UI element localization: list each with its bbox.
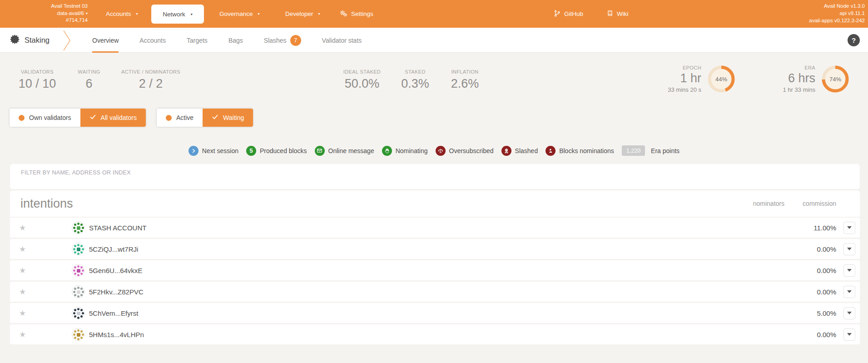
- table-row: ★ STASH ACCOUNT 11.00%: [10, 218, 860, 238]
- era-percent: 74%: [821, 65, 850, 94]
- stat-validators: VALIDATORS 10 / 10: [10, 69, 64, 91]
- tab-validator-stats[interactable]: Validator stats: [322, 28, 362, 53]
- caret-down-icon: ▾: [258, 12, 260, 16]
- tab-bags[interactable]: Bags: [228, 28, 243, 53]
- legend-blocks-nominations: Blocks nominations: [546, 146, 614, 156]
- menu-network[interactable]: Network▾: [151, 5, 204, 24]
- chain-block-number: #714,714: [20, 17, 88, 24]
- account-name[interactable]: 5HMs1s...4vLHPn: [89, 331, 144, 338]
- identicon[interactable]: [72, 264, 84, 277]
- legend-nominating: Nominating: [382, 146, 428, 156]
- tab-overview[interactable]: Overview: [92, 28, 119, 53]
- account-name[interactable]: 5Gen6U...64vkxE: [89, 267, 143, 274]
- favorite-star-icon[interactable]: ★: [19, 266, 26, 275]
- identicon[interactable]: [72, 285, 84, 298]
- status-legend: Next session 5 Produced blocks Online me…: [0, 145, 868, 156]
- own-validators-button[interactable]: Own validators: [10, 109, 80, 127]
- menu-governance[interactable]: Governance▾: [219, 0, 260, 28]
- commission-value: 0.00%: [817, 245, 836, 253]
- hand-icon: [382, 146, 392, 156]
- stat-staked: STAKED 0.3%: [392, 69, 438, 91]
- skull-icon: [501, 146, 511, 156]
- era-remaining: 1 hr 33 mins: [752, 86, 815, 93]
- radio-dot-icon: [166, 115, 172, 121]
- staking-rosette-icon: [10, 35, 20, 46]
- expand-row-button[interactable]: [843, 328, 855, 341]
- table-row: ★ 5F2Hkv...Z82PVC 0.00%: [10, 282, 860, 302]
- account-name[interactable]: 5F2Hkv...Z82PVC: [89, 288, 144, 296]
- epoch-progress-ring: 44%: [707, 65, 736, 94]
- identicon[interactable]: [72, 221, 84, 234]
- tab-bar: Staking Overview Accounts Targets Bags S…: [0, 28, 868, 53]
- favorite-star-icon[interactable]: ★: [19, 308, 26, 318]
- menu-developer[interactable]: Developer▾: [285, 0, 320, 28]
- wiki-link[interactable]: Wiki: [606, 0, 629, 28]
- caret-down-icon: [847, 333, 852, 336]
- help-button[interactable]: ?: [848, 34, 860, 46]
- identicon[interactable]: [72, 243, 84, 255]
- era-label: ERA: [752, 65, 815, 70]
- table-row: ★ 5Gen6U...64vkxE 0.00%: [10, 260, 860, 280]
- tab-accounts[interactable]: Accounts: [139, 28, 166, 53]
- block-count-icon: 5: [246, 146, 256, 156]
- tab-slashes[interactable]: Slashes 7: [264, 28, 301, 53]
- check-icon: [212, 114, 218, 122]
- filter-input[interactable]: [10, 164, 860, 189]
- caret-down-icon: [847, 290, 852, 293]
- api-version: api v9.11.1: [809, 10, 865, 17]
- expand-row-button[interactable]: [843, 243, 855, 255]
- legend-produced-blocks: 5 Produced blocks: [246, 146, 307, 156]
- waiting-button[interactable]: Waiting: [203, 109, 253, 127]
- slashes-count-badge: 7: [290, 35, 301, 46]
- expand-row-button[interactable]: [843, 307, 855, 319]
- expand-row-button[interactable]: [843, 222, 855, 234]
- epoch-remaining: 33 mins 20 s: [638, 86, 701, 93]
- filter-toggles: Own validators All validators Active Wai…: [10, 109, 253, 127]
- legend-slashed: Slashed: [501, 146, 538, 156]
- envelope-icon: [315, 146, 325, 156]
- era-points-badge: 1,220: [622, 145, 645, 156]
- chain-name: Avail Testnet 03: [20, 3, 88, 10]
- version-info: Avail Node v1.3.0 api v9.11.1 avail-apps…: [809, 2, 865, 24]
- stat-active-nominators: ACTIVE / NOMINATORS 2 / 2: [119, 69, 183, 91]
- account-name[interactable]: STASH ACCOUNT: [89, 224, 146, 232]
- identicon[interactable]: [72, 328, 84, 341]
- filter-panel: [10, 164, 860, 189]
- radio-dot-icon: [19, 115, 25, 121]
- node-version: Avail Node v1.3.0: [809, 2, 865, 10]
- column-nominators: nominators: [753, 200, 784, 207]
- staking-page: Avail Testnet 03 data-avail/6▾ #714,714 …: [0, 0, 868, 363]
- commission-value: 0.00%: [817, 288, 836, 296]
- account-name[interactable]: 5CZiQJ...wt7RJi: [89, 245, 138, 253]
- epoch-value: 1 hr: [638, 71, 701, 85]
- active-button[interactable]: Active: [157, 109, 203, 127]
- era-timer: ERA 6 hrs 1 hr 33 mins 74%: [752, 65, 850, 94]
- legend-oversubscribed: Oversubscribed: [436, 146, 494, 156]
- all-validators-button[interactable]: All validators: [80, 109, 146, 127]
- account-name[interactable]: 5ChVem...Efyrst: [89, 309, 138, 317]
- commission-value: 5.00%: [817, 309, 836, 317]
- identicon[interactable]: [72, 307, 84, 319]
- caret-down-icon: [847, 312, 852, 314]
- scales-icon: [436, 146, 446, 156]
- chain-selector[interactable]: Avail Testnet 03 data-avail/6▾ #714,714: [20, 3, 88, 24]
- favorite-star-icon[interactable]: ★: [19, 223, 26, 233]
- caret-down-icon: ▾: [191, 12, 193, 16]
- favorite-star-icon[interactable]: ★: [19, 330, 26, 339]
- caret-down-icon: [847, 226, 852, 229]
- app-header: Avail Testnet 03 data-avail/6▾ #714,714 …: [0, 0, 868, 28]
- caret-down-icon: ▾: [136, 12, 138, 16]
- expand-row-button[interactable]: [843, 286, 855, 298]
- section-title: Staking: [25, 36, 50, 45]
- menu-settings[interactable]: Settings: [339, 0, 373, 28]
- expand-row-button[interactable]: [843, 264, 855, 277]
- github-link[interactable]: GitHub: [553, 0, 583, 28]
- validator-rows: ★ STASH ACCOUNT 11.00% ★ 5CZiQJ...wt7RJi…: [10, 218, 860, 346]
- favorite-star-icon[interactable]: ★: [19, 244, 26, 254]
- menu-accounts[interactable]: Accounts▾: [106, 0, 138, 28]
- favorite-star-icon[interactable]: ★: [19, 287, 26, 297]
- era-progress-ring: 74%: [821, 65, 850, 94]
- tab-targets[interactable]: Targets: [187, 28, 208, 53]
- person-slash-icon: [546, 146, 556, 156]
- chain-relay: data-avail/6: [57, 10, 84, 16]
